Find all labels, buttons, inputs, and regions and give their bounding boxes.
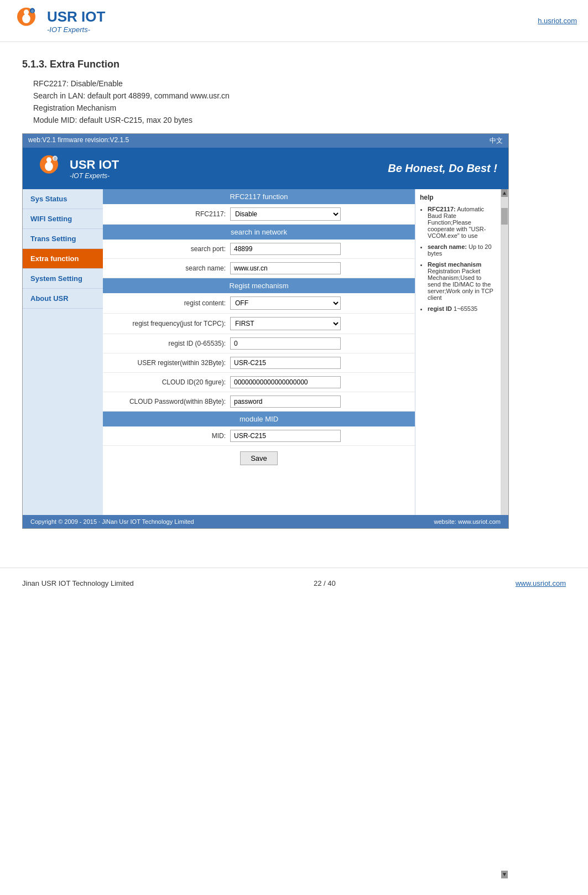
web-ui-slogan: Be Honest, Do Best ! — [388, 162, 497, 175]
web-ui-titlebar: web:V2.1 firmware revision:V2.1.5 中文 — [23, 134, 508, 148]
doc-link[interactable]: h.usriot.com — [538, 17, 577, 25]
search-port-input[interactable] — [230, 243, 341, 255]
user-register-row: USER register(within 32Byte): — [103, 353, 415, 373]
web-ui-logo: ® USR IOT -IOT Experts- — [34, 153, 119, 184]
svg-text:®: ® — [54, 157, 56, 161]
footer-website: website: www.usriot.com — [434, 518, 501, 525]
module-section-title: module MID — [103, 412, 415, 426]
doc-header: ® USR IOT -IOT Experts- h.usriot.com — [0, 0, 588, 42]
logo-title: USR IOT — [47, 8, 105, 25]
section-line-4: Module MID: default USR-C215, max 20 byt… — [33, 116, 566, 124]
help-desc-id: 1~65535 — [454, 305, 477, 312]
search-name-input[interactable] — [230, 262, 341, 274]
cloud-id-row: CLOUD ID(20 figure): — [103, 373, 415, 392]
sidebar: Sys Status WIFI Setting Trans Setting Ex… — [23, 189, 103, 515]
footer-link[interactable]: www.usriot.com — [516, 579, 566, 587]
regist-content-row: regist content: OFF ON — [103, 293, 415, 314]
help-list: RFC2117: Automatic Baud Rate Function;Pl… — [420, 206, 496, 312]
section-title: 5.1.3. Extra Function — [22, 59, 566, 70]
logo-text-area: USR IOT -IOT Experts- — [47, 8, 105, 34]
cloud-pass-label: CLOUD Password(within 8Byte): — [108, 398, 230, 405]
search-port-label: search port: — [108, 245, 230, 253]
web-ui-logo-sub: -IOT Experts- — [70, 172, 119, 180]
web-ui-frame: web:V2.1 firmware revision:V2.1.5 中文 ® U… — [22, 133, 509, 529]
doc-footer: Jinan USR IOT Technology Limited 22 / 40… — [0, 568, 588, 599]
regist-freq-select[interactable]: FIRST ALWAYS — [230, 317, 341, 330]
help-panel: help RFC2117: Automatic Baud Rate Functi… — [415, 189, 501, 515]
rfc2117-row: RFC2117: Disable Enable — [103, 204, 415, 225]
logo-area: ® USR IOT -IOT Experts- — [11, 6, 105, 36]
svg-point-6 — [46, 157, 51, 162]
help-item-id: regist ID 1~65535 — [428, 305, 496, 312]
section-line-3: Registration Mechanism — [33, 103, 566, 112]
sidebar-item-trans-setting[interactable]: Trans Setting — [23, 229, 103, 249]
section-line-2: Search in LAN: default port 48899, comma… — [33, 91, 566, 100]
sidebar-item-sys-status[interactable]: Sys Status — [23, 189, 103, 209]
help-title: help — [420, 194, 496, 201]
help-term-search: search name: — [428, 243, 467, 250]
web-ui-body: Sys Status WIFI Setting Trans Setting Ex… — [23, 189, 501, 515]
help-term-regist: Regist mechanism — [428, 261, 481, 268]
user-register-label: USER register(within 32Byte): — [108, 359, 230, 367]
mid-label: MID: — [108, 432, 230, 440]
sidebar-item-wifi-setting[interactable]: WIFI Setting — [23, 209, 103, 229]
svg-point-7 — [45, 162, 53, 171]
help-term-rfc: RFC2117: — [428, 206, 456, 212]
help-item-rfc: RFC2117: Automatic Baud Rate Function;Pl… — [428, 206, 496, 239]
svg-point-1 — [24, 9, 29, 14]
sidebar-item-extra-function[interactable]: Extra function — [23, 249, 103, 269]
scroll-thumb[interactable] — [501, 208, 508, 225]
help-desc-regist: Registration Packet Mechanism;Used to se… — [428, 268, 493, 301]
search-port-row: search port: — [103, 240, 415, 259]
section-line-1: RFC2217: Disable/Enable — [33, 79, 566, 88]
regist-id-input[interactable] — [230, 337, 341, 350]
mid-input[interactable] — [230, 430, 341, 442]
web-ui-logo-title: USR IOT — [70, 158, 119, 172]
rfc2117-label: RFC2117: — [108, 210, 230, 218]
titlebar-lang[interactable]: 中文 — [490, 136, 503, 145]
rfc2117-select[interactable]: Disable Enable — [230, 207, 341, 221]
user-register-input[interactable] — [230, 357, 341, 369]
regist-freq-label: regist frequency(just for TCPC): — [108, 320, 230, 327]
footer-company: Jinan USR IOT Technology Limited — [22, 579, 134, 587]
cloud-id-label: CLOUD ID(20 figure): — [108, 378, 230, 386]
regist-section-title: Regist mechanism — [103, 278, 415, 293]
regist-freq-row: regist frequency(just for TCPC): FIRST A… — [103, 314, 415, 334]
main-form: RFC2117 function RFC2117: Disable Enable… — [103, 189, 415, 515]
regist-id-label: regist ID (0-65535): — [108, 340, 230, 347]
logo-icon: ® — [11, 6, 41, 36]
save-button[interactable]: Save — [240, 451, 278, 465]
sidebar-item-about-usr[interactable]: About USR — [23, 289, 103, 309]
help-term-id: regist ID — [428, 305, 452, 312]
form-spacer — [103, 471, 415, 515]
web-ui-header: ® USR IOT -IOT Experts- Be Honest, Do Be… — [23, 148, 508, 189]
web-ui-logo-text: USR IOT -IOT Experts- — [70, 158, 119, 180]
save-row: Save — [103, 446, 415, 471]
svg-point-2 — [22, 14, 30, 24]
help-item-regist: Regist mechanism Registration Packet Mec… — [428, 261, 496, 301]
rfc-section-title: RFC2117 function — [103, 189, 415, 204]
titlebar-version: web:V2.1 firmware revision:V2.1.5 — [28, 136, 129, 145]
web-ui-footer: Copyright © 2009 - 2015 · JiNan Usr IOT … — [23, 515, 508, 528]
svg-text:®: ® — [31, 9, 34, 13]
search-name-label: search name: — [108, 264, 230, 272]
search-section-title: search in network — [103, 225, 415, 240]
sidebar-item-system-setting[interactable]: System Setting — [23, 269, 103, 289]
web-ui-logo-icon: ® — [34, 153, 64, 184]
scrollbar[interactable]: ▲ ▼ — [501, 189, 508, 515]
web-ui-body-wrapper: Sys Status WIFI Setting Trans Setting Ex… — [23, 189, 508, 515]
footer-copyright: Copyright © 2009 - 2015 · JiNan Usr IOT … — [30, 518, 194, 525]
footer-page: 22 / 40 — [314, 579, 336, 587]
cloud-pass-input[interactable] — [230, 396, 341, 408]
mid-row: MID: — [103, 426, 415, 446]
cloud-pass-row: CLOUD Password(within 8Byte): — [103, 392, 415, 412]
regist-content-label: regist content: — [108, 299, 230, 307]
doc-content: 5.1.3. Extra Function RFC2217: Disable/E… — [0, 42, 588, 545]
logo-subtitle: -IOT Experts- — [47, 25, 105, 34]
help-item-search: search name: Up to 20 bytes — [428, 243, 496, 257]
regist-content-select[interactable]: OFF ON — [230, 296, 341, 310]
cloud-id-input[interactable] — [230, 376, 341, 388]
regist-id-row: regist ID (0-65535): — [103, 334, 415, 353]
search-name-row: search name: — [103, 259, 415, 278]
